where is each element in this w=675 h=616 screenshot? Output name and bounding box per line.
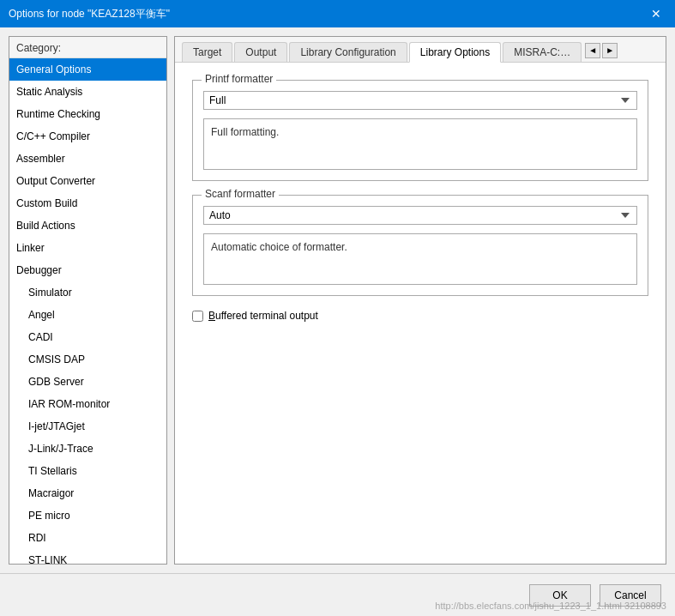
right-tab-arrow[interactable]: ► (602, 43, 618, 58)
window-title: Options for node "KEAZ128平衡车" (9, 7, 170, 21)
sidebar-item-simulator[interactable]: Simulator (9, 281, 166, 304)
scanf-formatter-label: Scanf formatter (202, 188, 279, 200)
sidebar-item-runtime-checking[interactable]: Runtime Checking (9, 103, 166, 125)
left-tab-arrow[interactable]: ◄ (585, 43, 600, 58)
sidebar-item-iar-rom-monitor[interactable]: IAR ROM-monitor (9, 393, 166, 415)
printf-formatter-description: Full formatting. (203, 118, 637, 170)
sidebar-item-build-actions[interactable]: Build Actions (9, 214, 166, 237)
sidebar-item-angel[interactable]: Angel (9, 304, 166, 326)
sidebar-item-custom-build[interactable]: Custom Build (9, 192, 166, 214)
sidebar-item-c-cpp-compiler[interactable]: C/C++ Compiler (9, 125, 166, 148)
buffered-terminal-label[interactable]: Buffered terminal output (208, 310, 318, 322)
printf-formatter-label: Printf formatter (202, 73, 276, 85)
sidebar-item-pe-micro[interactable]: PE micro (9, 504, 166, 527)
printf-formatter-dropdown[interactable]: FullLargeSmallTiny (203, 91, 637, 110)
sidebar-item-cmsis-dap[interactable]: CMSIS DAP (9, 348, 166, 371)
sidebar-item-macraigor[interactable]: Macraigor (9, 482, 166, 504)
scanf-formatter-group: Scanf formatter AutoFullLargeSmallTiny A… (192, 195, 648, 296)
tab-target[interactable]: Target (182, 42, 232, 62)
sidebar-item-assembler[interactable]: Assembler (9, 148, 166, 170)
content-panel: Printf formatter FullLargeSmallTiny Full… (175, 63, 666, 564)
tab-misra[interactable]: MISRA-C:… (503, 42, 582, 62)
tab-arrows: ◄► (585, 43, 618, 62)
tab-output[interactable]: Output (234, 42, 287, 62)
scanf-dropdown-row: AutoFullLargeSmallTiny (203, 206, 637, 225)
category-label: Category: (9, 37, 166, 58)
sidebar-item-ti-stellaris[interactable]: TI Stellaris (9, 460, 166, 482)
sidebar-item-st-link[interactable]: ST-LINK (9, 549, 166, 564)
sidebar-item-cadi[interactable]: CADI (9, 326, 166, 348)
title-bar: Options for node "KEAZ128平衡车" ✕ (0, 0, 675, 27)
sidebar-item-rdi[interactable]: RDI (9, 527, 166, 549)
sidebar-item-debugger[interactable]: Debugger (9, 259, 166, 281)
buffered-terminal-checkbox[interactable] (192, 311, 203, 322)
sidebar-item-linker[interactable]: Linker (9, 237, 166, 259)
printf-formatter-group: Printf formatter FullLargeSmallTiny Full… (192, 80, 648, 181)
sidebar-item-static-analysis[interactable]: Static Analysis (9, 81, 166, 103)
content-area: TargetOutputLibrary ConfigurationLibrary… (174, 36, 666, 565)
sidebar-item-gdb-server[interactable]: GDB Server (9, 371, 166, 393)
sidebar-list: General OptionsStatic AnalysisRuntime Ch… (9, 58, 166, 564)
scanf-formatter-dropdown[interactable]: AutoFullLargeSmallTiny (203, 206, 637, 225)
scanf-formatter-description: Automatic choice of formatter. (203, 233, 637, 285)
sidebar: Category: General OptionsStatic Analysis… (9, 36, 167, 565)
tabs-bar: TargetOutputLibrary ConfigurationLibrary… (175, 37, 666, 63)
sidebar-item-general-options[interactable]: General Options (9, 58, 166, 81)
dialog-body: Category: General OptionsStatic Analysis… (0, 27, 675, 573)
printf-dropdown-row: FullLargeSmallTiny (203, 91, 637, 110)
sidebar-item-output-converter[interactable]: Output Converter (9, 170, 166, 192)
sidebar-item-j-link-j-trace[interactable]: J-Link/J-Trace (9, 438, 166, 460)
sidebar-item-i-jet-jtagjet[interactable]: I-jet/JTAGjet (9, 415, 166, 438)
close-button[interactable]: ✕ (646, 6, 666, 21)
tab-library-configuration[interactable]: Library Configuration (289, 42, 407, 62)
tab-library-options[interactable]: Library Options (409, 42, 501, 63)
watermark: http://bbs.elecfans.com/jishu_1223_1_1.h… (435, 601, 666, 611)
buffered-terminal-row: Buffered terminal output (192, 310, 648, 322)
